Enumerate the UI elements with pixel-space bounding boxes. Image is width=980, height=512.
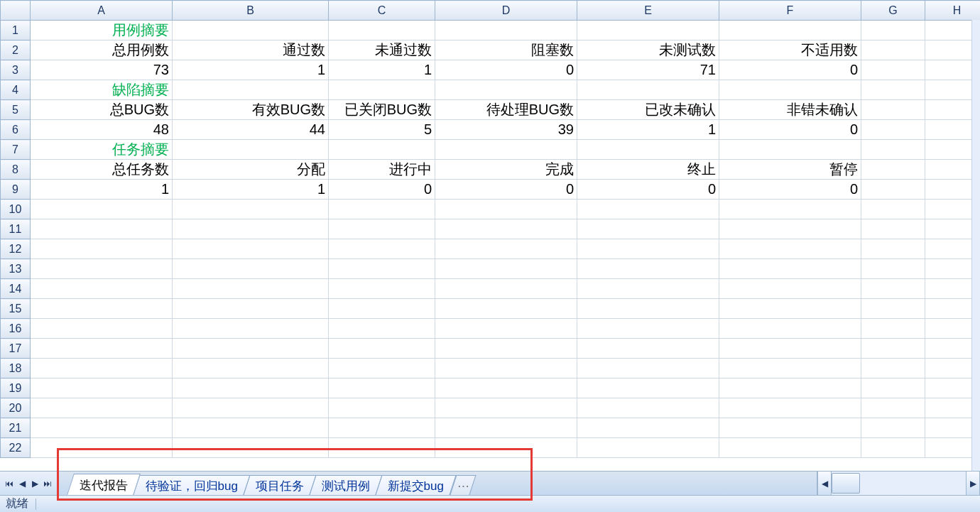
cell-B6[interactable]: 44 bbox=[173, 120, 329, 140]
cell-A12[interactable] bbox=[31, 239, 173, 259]
cell-E4[interactable] bbox=[577, 80, 719, 100]
cell-D2[interactable]: 阻塞数 bbox=[435, 40, 577, 60]
cell-C17[interactable] bbox=[329, 339, 435, 359]
cell-F13[interactable] bbox=[719, 259, 861, 279]
sheet-nav-prev-icon[interactable]: ◀ bbox=[17, 479, 27, 489]
cell-F20[interactable] bbox=[719, 398, 861, 418]
sheet-tab-1[interactable]: 待验证，回归bug bbox=[133, 475, 250, 495]
cell-C15[interactable] bbox=[329, 299, 435, 319]
cell-E12[interactable] bbox=[577, 239, 719, 259]
cell-D20[interactable] bbox=[435, 398, 577, 418]
row-header-2[interactable]: 2 bbox=[1, 40, 31, 60]
cell-B2[interactable]: 通过数 bbox=[173, 40, 329, 60]
row-header-19[interactable]: 19 bbox=[1, 378, 31, 398]
sheet-nav-last-icon[interactable]: ⏭ bbox=[43, 479, 53, 489]
cell-E15[interactable] bbox=[577, 299, 719, 319]
cell-G20[interactable] bbox=[861, 398, 925, 418]
row-header-16[interactable]: 16 bbox=[1, 319, 31, 339]
cell-B9[interactable]: 1 bbox=[173, 180, 329, 200]
cell-E9[interactable]: 0 bbox=[577, 180, 719, 200]
cell-D11[interactable] bbox=[435, 219, 577, 239]
cell-E22[interactable] bbox=[577, 438, 719, 458]
cell-D22[interactable] bbox=[435, 438, 577, 458]
row-header-18[interactable]: 18 bbox=[1, 359, 31, 378]
cell-A17[interactable] bbox=[31, 339, 173, 359]
cell-B13[interactable] bbox=[173, 259, 329, 279]
cell-G16[interactable] bbox=[861, 319, 925, 339]
row-header-12[interactable]: 12 bbox=[1, 239, 31, 259]
cell-A2[interactable]: 总用例数 bbox=[31, 40, 173, 60]
cell-F17[interactable] bbox=[719, 339, 861, 359]
vertical-scrollbar[interactable] bbox=[971, 20, 980, 471]
row-header-7[interactable]: 7 bbox=[1, 140, 31, 160]
column-header-D[interactable]: D bbox=[435, 1, 577, 21]
row-header-15[interactable]: 15 bbox=[1, 299, 31, 319]
cell-C13[interactable] bbox=[329, 259, 435, 279]
cell-D9[interactable]: 0 bbox=[435, 180, 577, 200]
cell-F3[interactable]: 0 bbox=[719, 60, 861, 80]
cell-C6[interactable]: 5 bbox=[329, 120, 435, 140]
cell-B16[interactable] bbox=[173, 319, 329, 339]
cell-B12[interactable] bbox=[173, 239, 329, 259]
cell-B11[interactable] bbox=[173, 219, 329, 239]
row-header-21[interactable]: 21 bbox=[1, 418, 31, 438]
cell-C12[interactable] bbox=[329, 239, 435, 259]
cell-G3[interactable] bbox=[861, 60, 925, 80]
cell-F10[interactable] bbox=[719, 200, 861, 219]
cell-E6[interactable]: 1 bbox=[577, 120, 719, 140]
horizontal-scrollbar[interactable]: ◀ ▶ bbox=[817, 472, 980, 495]
cell-E17[interactable] bbox=[577, 339, 719, 359]
cell-A18[interactable] bbox=[31, 359, 173, 378]
cell-A15[interactable] bbox=[31, 299, 173, 319]
sheet-tab-2[interactable]: 项目任务 bbox=[244, 475, 317, 495]
sheet-nav-next-icon[interactable]: ▶ bbox=[30, 479, 40, 489]
column-header-G[interactable]: G bbox=[861, 1, 925, 21]
cell-E16[interactable] bbox=[577, 319, 719, 339]
cell-G12[interactable] bbox=[861, 239, 925, 259]
row-header-8[interactable]: 8 bbox=[1, 160, 31, 180]
cell-F5[interactable]: 非错未确认 bbox=[719, 100, 861, 120]
cell-C4[interactable] bbox=[329, 80, 435, 100]
cell-C3[interactable]: 1 bbox=[329, 60, 435, 80]
row-header-20[interactable]: 20 bbox=[1, 398, 31, 418]
cell-A3[interactable]: 73 bbox=[31, 60, 173, 80]
cell-D8[interactable]: 完成 bbox=[435, 160, 577, 180]
cell-G15[interactable] bbox=[861, 299, 925, 319]
cell-E10[interactable] bbox=[577, 200, 719, 219]
cell-A16[interactable] bbox=[31, 319, 173, 339]
row-header-6[interactable]: 6 bbox=[1, 120, 31, 140]
cell-F22[interactable] bbox=[719, 438, 861, 458]
cell-B4[interactable] bbox=[173, 80, 329, 100]
cell-C11[interactable] bbox=[329, 219, 435, 239]
cell-G8[interactable] bbox=[861, 160, 925, 180]
cell-E11[interactable] bbox=[577, 219, 719, 239]
cell-C8[interactable]: 进行中 bbox=[329, 160, 435, 180]
row-header-4[interactable]: 4 bbox=[1, 80, 31, 100]
cell-C9[interactable]: 0 bbox=[329, 180, 435, 200]
cell-G10[interactable] bbox=[861, 200, 925, 219]
cell-G17[interactable] bbox=[861, 339, 925, 359]
hscroll-track[interactable] bbox=[832, 472, 966, 495]
cell-C14[interactable] bbox=[329, 279, 435, 299]
row-header-9[interactable]: 9 bbox=[1, 180, 31, 200]
cell-B17[interactable] bbox=[173, 339, 329, 359]
cell-E14[interactable] bbox=[577, 279, 719, 299]
cell-G22[interactable] bbox=[861, 438, 925, 458]
cell-E8[interactable]: 终止 bbox=[577, 160, 719, 180]
column-header-A[interactable]: A bbox=[31, 1, 173, 21]
sheet-tab-0[interactable]: 迭代报告 bbox=[67, 474, 141, 495]
row-header-17[interactable]: 17 bbox=[1, 339, 31, 359]
sheet-nav-first-icon[interactable]: ⏮ bbox=[4, 479, 14, 489]
cell-C19[interactable] bbox=[329, 378, 435, 398]
cell-G9[interactable] bbox=[861, 180, 925, 200]
cell-E2[interactable]: 未测试数 bbox=[577, 40, 719, 60]
hscroll-right-icon[interactable]: ▶ bbox=[966, 472, 980, 495]
cell-C22[interactable] bbox=[329, 438, 435, 458]
cell-D7[interactable] bbox=[435, 140, 577, 160]
cell-G4[interactable] bbox=[861, 80, 925, 100]
cell-C20[interactable] bbox=[329, 398, 435, 418]
cell-F12[interactable] bbox=[719, 239, 861, 259]
cell-E13[interactable] bbox=[577, 259, 719, 279]
cell-F7[interactable] bbox=[719, 140, 861, 160]
cell-E7[interactable] bbox=[577, 140, 719, 160]
